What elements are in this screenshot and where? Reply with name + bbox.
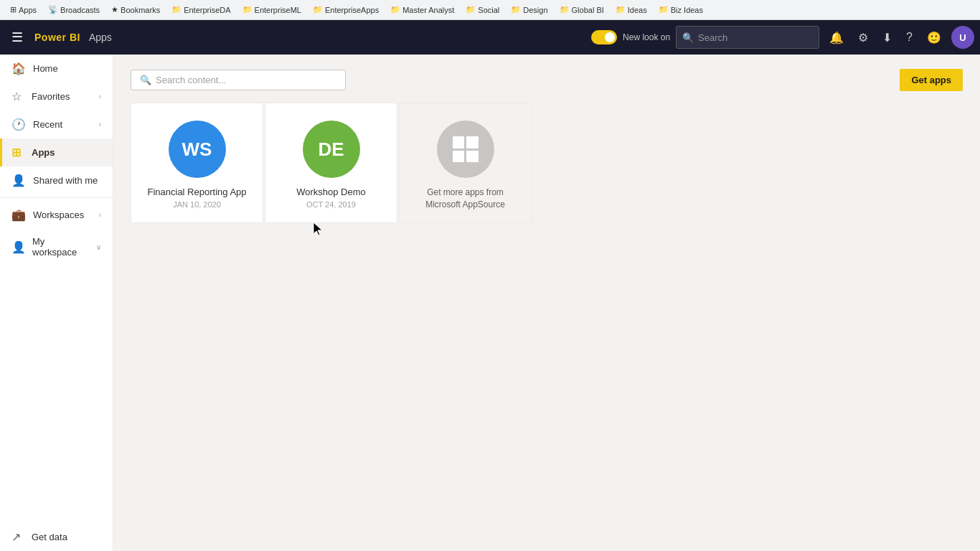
- bookmark-broadcasts[interactable]: 📡 Broadcasts: [44, 4, 104, 16]
- chevron-down-icon: ∨: [96, 243, 101, 251]
- sidebar-item-recent[interactable]: 🕐 Recent ›: [0, 110, 113, 138]
- folder-icon-7: 📁: [560, 5, 570, 14]
- bookmark-masteranalyst-label: Master Analyst: [402, 6, 454, 14]
- sidebar-item-home[interactable]: 🏠 Home: [0, 55, 113, 83]
- sidebar-myworkspace-label: My workspace: [32, 236, 89, 258]
- apps-bookmark-icon: ⊞: [10, 5, 17, 14]
- home-icon: 🏠: [11, 62, 26, 75]
- nav-section-title: Apps: [89, 32, 112, 43]
- apps-grid: WS Financial Reporting App JAN 10, 2020 …: [131, 103, 963, 225]
- search-icon: 🔍: [682, 32, 694, 43]
- help-button[interactable]: ?: [902, 27, 917, 48]
- grid-cell-3: [453, 151, 465, 163]
- bookmarks-bar: ⊞ Apps 📡 Broadcasts ★ Bookmarks 📁 Enterp…: [0, 0, 980, 20]
- app-initials-financial: WS: [182, 138, 212, 161]
- content-header: 🔍 Get apps: [131, 69, 963, 91]
- appsource-grid: [453, 136, 479, 162]
- folder-icon-8: 📁: [616, 5, 626, 14]
- sidebar-item-myworkspace[interactable]: 👤 My workspace ∨: [0, 229, 113, 265]
- bookmark-enterpriseml[interactable]: 📁 EnterpriseML: [238, 4, 306, 16]
- sidebar-shared-label: Shared with me: [33, 175, 98, 186]
- app-card-appsource[interactable]: Get more apps from Microsoft AppSource: [399, 103, 532, 223]
- folder-icon-6: 📁: [511, 5, 521, 14]
- workspaces-icon: 💼: [11, 208, 26, 222]
- bookmark-social-label: Social: [478, 6, 499, 14]
- bookmark-ideas-label: Ideas: [628, 6, 647, 14]
- chevron-right-icon-workspaces: ›: [99, 211, 101, 219]
- hamburger-button[interactable]: ☰: [6, 27, 29, 48]
- bookmark-apps[interactable]: ⊞ Apps: [6, 4, 41, 16]
- chevron-right-icon: ›: [99, 93, 101, 100]
- app-icon-financial: WS: [169, 121, 226, 178]
- bookmark-enterpriseda-label: EnterpriseDA: [184, 6, 230, 14]
- avatar-initials: U: [959, 32, 966, 43]
- bookmark-globalbi[interactable]: 📁 Global BI: [555, 4, 608, 16]
- bookmark-enterpriseapps-label: EnterpriseApps: [325, 6, 379, 14]
- getdata-icon: ↗: [11, 530, 24, 544]
- sidebar-home-label: Home: [33, 63, 58, 74]
- bookmark-bizideas[interactable]: 📁 Biz Ideas: [654, 4, 707, 16]
- appsource-icon: [437, 121, 494, 178]
- top-navigation: ☰ Power BI Apps New look on 🔍 🔔 ⚙ ⬇ ? 🙂 …: [0, 20, 980, 55]
- sidebar-item-workspaces[interactable]: 💼 Workspaces ›: [0, 201, 113, 229]
- bookmark-bookmarks-label: Bookmarks: [121, 6, 160, 14]
- sidebar: 🏠 Home ☆ Favorites › 🕐 Recent › ⊞ Apps 👤…: [0, 55, 113, 551]
- content-search-icon: 🔍: [140, 75, 151, 85]
- get-apps-button[interactable]: Get apps: [900, 69, 963, 91]
- recent-icon: 🕐: [11, 118, 26, 131]
- sidebar-item-getdata[interactable]: ↗ Get data: [0, 523, 113, 551]
- bookmark-bookmarks[interactable]: ★ Bookmarks: [107, 4, 164, 16]
- bookmark-bizideas-label: Biz Ideas: [671, 6, 703, 14]
- folder-icon-5: 📁: [466, 5, 476, 14]
- app-icon-workshop: DE: [303, 121, 360, 178]
- app-name-workshop: Workshop Demo: [296, 187, 366, 197]
- feedback-button[interactable]: 🙂: [923, 27, 946, 49]
- star-icon: ★: [111, 5, 118, 14]
- sidebar-recent-label: Recent: [33, 119, 62, 130]
- download-button[interactable]: ⬇: [878, 27, 896, 49]
- bookmark-enterpriseapps[interactable]: 📁 EnterpriseApps: [308, 4, 383, 16]
- content-search-input[interactable]: [156, 75, 336, 85]
- new-look-label: New look on: [623, 32, 670, 42]
- settings-button[interactable]: ⚙: [854, 27, 872, 49]
- bookmark-ideas[interactable]: 📁 Ideas: [611, 4, 651, 16]
- app-card-financial[interactable]: WS Financial Reporting App JAN 10, 2020: [131, 103, 263, 223]
- broadcasts-icon: 📡: [48, 5, 58, 14]
- sidebar-bottom: ↗ Get data: [0, 523, 113, 551]
- folder-icon-4: 📁: [390, 5, 400, 14]
- app-name-financial: Financial Reporting App: [147, 187, 246, 197]
- sidebar-item-shared[interactable]: 👤 Shared with me: [0, 166, 113, 194]
- favorites-icon: ☆: [11, 90, 24, 103]
- main-content: 🔍 Get apps WS Financial Reporting App JA…: [113, 55, 980, 551]
- app-layout: 🏠 Home ☆ Favorites › 🕐 Recent › ⊞ Apps 👤…: [0, 55, 980, 551]
- folder-icon-2: 📁: [242, 5, 253, 14]
- grid-cell-1: [453, 136, 465, 149]
- appsource-text: Get more apps from Microsoft AppSource: [411, 187, 519, 211]
- folder-icon-1: 📁: [171, 5, 182, 14]
- grid-cell-2: [466, 136, 479, 149]
- mouse-cursor: [314, 222, 322, 235]
- sidebar-item-apps[interactable]: ⊞ Apps: [0, 138, 113, 166]
- bookmark-masteranalyst[interactable]: 📁 Master Analyst: [386, 4, 458, 16]
- content-search-box[interactable]: 🔍: [131, 70, 346, 90]
- powerbi-logo: Power BI: [34, 32, 80, 43]
- new-look-toggle[interactable]: [591, 30, 617, 44]
- global-search-box[interactable]: 🔍: [676, 26, 819, 49]
- shared-icon: 👤: [11, 174, 26, 187]
- bookmark-enterpriseda[interactable]: 📁 EnterpriseDA: [167, 4, 235, 16]
- avatar[interactable]: U: [951, 26, 974, 49]
- folder-icon-3: 📁: [313, 5, 323, 14]
- new-look-toggle-container: New look on: [591, 30, 670, 44]
- bookmark-apps-label: Apps: [19, 6, 37, 14]
- app-initials-workshop: DE: [318, 138, 344, 161]
- app-date-financial: JAN 10, 2020: [173, 200, 221, 209]
- sidebar-item-favorites[interactable]: ☆ Favorites ›: [0, 83, 113, 110]
- bookmark-design-label: Design: [523, 6, 547, 14]
- global-search-input[interactable]: [698, 32, 813, 43]
- notifications-button[interactable]: 🔔: [825, 27, 848, 49]
- bookmark-design[interactable]: 📁 Design: [507, 4, 552, 16]
- chevron-right-icon-recent: ›: [99, 121, 101, 128]
- bookmark-globalbi-label: Global BI: [572, 6, 604, 14]
- bookmark-social[interactable]: 📁 Social: [461, 4, 504, 16]
- app-card-workshop[interactable]: DE Workshop Demo OCT 24, 2019: [265, 103, 397, 223]
